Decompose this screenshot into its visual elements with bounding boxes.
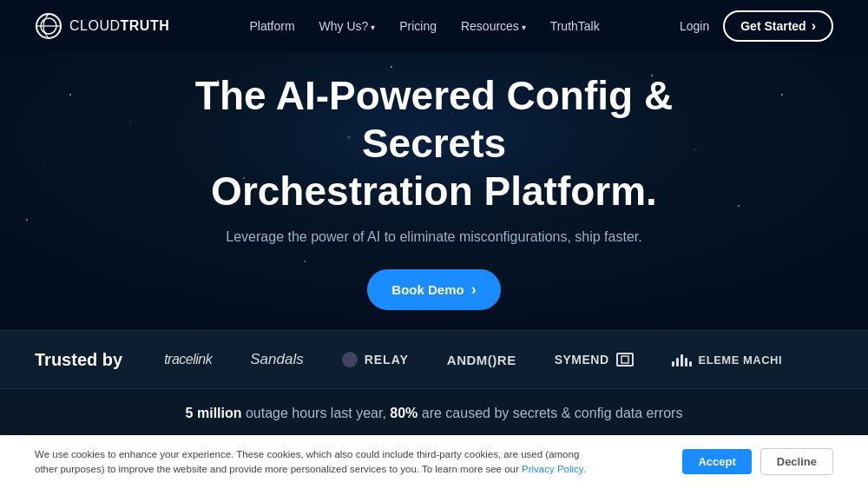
nav-links: Platform Why Us? Pricing Resources Truth…	[249, 18, 599, 34]
element-bars-icon	[672, 353, 692, 367]
brand-tracelink: tracelink	[164, 352, 212, 367]
cookie-buttons: Accept Decline	[682, 448, 833, 475]
accept-cookie-button[interactable]: Accept	[682, 449, 751, 474]
privacy-policy-link[interactable]: Privacy Policy.	[522, 464, 586, 474]
brand-logos: tracelink Sandals RELAY ANDM()RE SYMEND	[164, 351, 833, 368]
relay-dot-icon	[342, 352, 358, 367]
stat-bar: 5 million outage hours last year, 80% ar…	[0, 389, 868, 438]
stat-text-1: outage hours last year,	[246, 406, 390, 420]
trusted-by-label: Trusted by	[35, 350, 122, 370]
book-demo-button[interactable]: Book Demo	[367, 269, 500, 310]
hero-subtitle: Leverage the power of AI to eliminate mi…	[226, 229, 641, 245]
hero-title: The AI-Powered Config & Secrets Orchestr…	[130, 72, 738, 216]
nav-actions: Login Get Started	[680, 10, 833, 42]
nav-link-resources[interactable]: Resources	[461, 19, 526, 33]
hero-content: The AI-Powered Config & Secrets Orchestr…	[130, 72, 738, 311]
cookie-text: We use cookies to enhance your experienc…	[35, 447, 590, 478]
logo-text: CLOUDTRUTH	[69, 18, 169, 34]
symend-box-icon	[616, 353, 634, 367]
get-started-button[interactable]: Get Started	[723, 10, 833, 42]
brand-relay: RELAY	[342, 352, 409, 367]
nav-link-platform[interactable]: Platform	[249, 19, 294, 33]
login-link[interactable]: Login	[680, 19, 709, 33]
stat-bold-1: 5 million	[186, 406, 242, 420]
decline-cookie-button[interactable]: Decline	[760, 448, 833, 475]
stat-text-2: are caused by secrets & config data erro…	[422, 406, 683, 420]
brand-sandals: Sandals	[250, 351, 303, 368]
stat-bold-2: 80%	[390, 406, 418, 420]
cookie-banner: We use cookies to enhance your experienc…	[0, 435, 868, 490]
hero-section: The AI-Powered Config & Secrets Orchestr…	[0, 52, 868, 330]
nav-link-why-us[interactable]: Why Us?	[319, 19, 376, 33]
brand-andmore: ANDM()RE	[447, 353, 516, 367]
stat-text: 5 million outage hours last year, 80% ar…	[186, 406, 683, 421]
trusted-by-bar: Trusted by tracelink Sandals RELAY ANDM(…	[0, 330, 868, 389]
logo[interactable]: CLOUDTRUTH	[35, 12, 169, 40]
brand-element: ELEME MACHI	[672, 353, 783, 367]
nav-link-truthtalk[interactable]: TruthTalk	[550, 19, 600, 33]
brand-symend: SYMEND	[555, 353, 634, 367]
cloudtruth-logo-icon	[35, 12, 62, 40]
nav-link-pricing[interactable]: Pricing	[399, 19, 437, 33]
symend-inner-icon	[621, 355, 629, 364]
navbar: CLOUDTRUTH Platform Why Us? Pricing Reso…	[0, 0, 868, 52]
svg-rect-2	[621, 356, 628, 363]
